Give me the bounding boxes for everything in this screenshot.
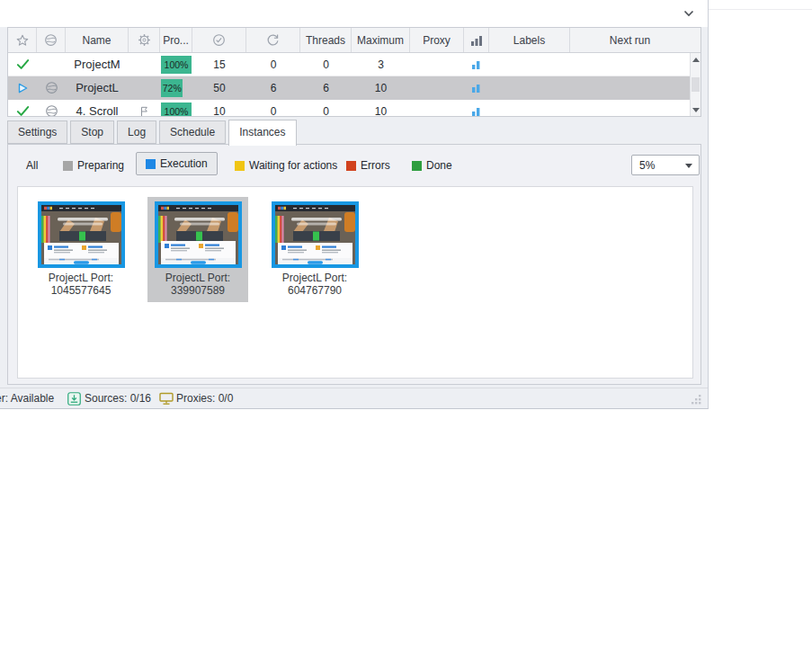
triangle-up-icon [692,58,700,62]
refresh-icon [265,32,281,48]
progress-badge: 100% [161,56,192,74]
success-count: 15 [192,53,246,76]
globe-icon [44,80,59,95]
instance-thumbnail [155,201,242,268]
filter-execution[interactable]: Execution [136,152,218,175]
header-threads[interactable]: Threads [300,28,352,52]
instance-tile[interactable]: ProjectL Port: 604767790 [264,197,365,302]
progress-cell: 100% [161,103,192,118]
preparing-color-swatch [63,161,73,171]
header-progress[interactable]: Pro... [160,28,192,52]
filter-preparing[interactable]: Preparing [63,156,124,175]
header-next-run[interactable]: Next run [570,28,690,52]
gear-icon [137,32,152,48]
filter-label: Execution [160,157,208,170]
globe-icon [43,32,58,48]
header-browser[interactable] [37,28,66,52]
repeat-count: 0 [246,53,300,76]
filter-label: Done [426,159,452,172]
header-settings[interactable] [129,28,160,52]
tab-instances[interactable]: Instances [228,120,296,146]
errors-color-swatch [346,161,356,171]
header-maximum[interactable]: Maximum [352,28,410,52]
project-name: ProjectM [66,53,129,76]
table-scrollbar[interactable] [690,53,700,116]
progress-badge: 72% [161,79,183,97]
scroll-down-button[interactable] [691,104,700,115]
scrollbar-thumb[interactable] [692,77,700,92]
progress-cell: 72% [161,79,192,97]
chevron-down-icon [683,10,694,17]
collapse-ribbon-button[interactable] [681,6,697,21]
success-count: 10 [192,100,246,117]
table-row-projectm[interactable]: ProjectM 100% 15 0 0 3 [8,53,690,76]
tab-log[interactable]: Log [117,120,156,144]
filter-errors[interactable]: Errors [346,156,390,175]
thumbnail-zoom-select[interactable]: 5% [631,155,700,175]
table-row-projectl[interactable]: ProjectL 72% 50 6 6 10 [8,76,690,100]
ribbon-strip [0,0,708,27]
instance-port: 604767790 [264,284,365,297]
table-body: ProjectM 100% 15 0 0 3 [8,53,690,117]
zoom-value: 5% [639,159,655,172]
filter-label: Waiting for actions [249,159,337,172]
tab-stop[interactable]: Stop [70,120,114,144]
caret-down-icon [685,164,692,168]
header-favorite[interactable] [8,28,37,52]
tab-strip: Settings Stop Log Schedule Instances [7,120,297,146]
sources-status: Sources: 0/16 [85,391,151,406]
instance-thumbnail [38,201,125,268]
filter-label: Preparing [77,159,124,172]
maximum-count: 10 [352,100,410,117]
header-success[interactable] [192,28,246,52]
mini-stats-icon [472,59,481,70]
resize-grip-icon [690,393,702,406]
play-icon [16,82,29,94]
filter-waiting[interactable]: Waiting for actions [235,156,337,175]
table-row-scroll[interactable]: 4. Scroll 100% 10 0 0 10 [8,100,690,117]
tab-settings[interactable]: Settings [7,120,67,144]
instance-caption: ProjectL Port: [264,272,365,284]
header-labels[interactable]: Labels [489,28,570,52]
instances-tab-page: All Preparing Execution Waiting for acti… [7,144,701,385]
done-check-icon [16,105,30,117]
globe-icon [44,103,59,117]
threads-count: 0 [300,53,352,76]
header-name[interactable]: Name [66,28,129,52]
project-name: ProjectL [66,76,129,99]
check-circle-icon [211,32,227,48]
execution-color-swatch [146,159,156,169]
header-statistics[interactable] [464,28,489,52]
instance-tiles: ProjectL Port: 1045577645 [18,187,692,302]
table-header-row: Name Pro... [8,28,700,53]
success-count: 50 [192,76,246,99]
maximum-count: 3 [352,53,410,76]
filter-done[interactable]: Done [412,156,452,175]
done-color-swatch [412,161,422,171]
resize-grip[interactable] [690,393,702,408]
flag-icon [138,105,151,118]
mini-stats-icon [472,106,481,117]
download-icon [67,392,81,406]
monitor-icon [159,392,174,406]
triangle-down-icon [692,108,700,112]
instance-caption: ProjectL Port: [31,272,131,284]
instance-tile[interactable]: ProjectL Port: 1045577645 [31,197,131,302]
threads-count: 6 [300,76,352,99]
header-repeats[interactable] [246,28,300,52]
instance-caption: ProjectL Port: [147,272,248,284]
filter-all[interactable]: All [26,156,38,175]
tab-schedule[interactable]: Schedule [159,120,226,144]
scroll-up-button[interactable] [691,54,700,65]
app-window: Name Pro... [0,0,709,409]
header-proxy[interactable]: Proxy [410,28,464,52]
bar-chart-icon [470,34,483,47]
repeat-count: 0 [246,100,300,117]
instance-tile-selected[interactable]: ProjectL Port: 339907589 [147,197,248,302]
progress-cell: 100% [161,56,192,74]
threads-count: 0 [300,100,352,117]
instances-panel: ProjectL Port: 1045577645 [17,186,693,379]
progress-badge: 100% [161,103,192,118]
proxies-status: Proxies: 0/0 [176,391,233,406]
repeat-count: 6 [246,76,300,99]
